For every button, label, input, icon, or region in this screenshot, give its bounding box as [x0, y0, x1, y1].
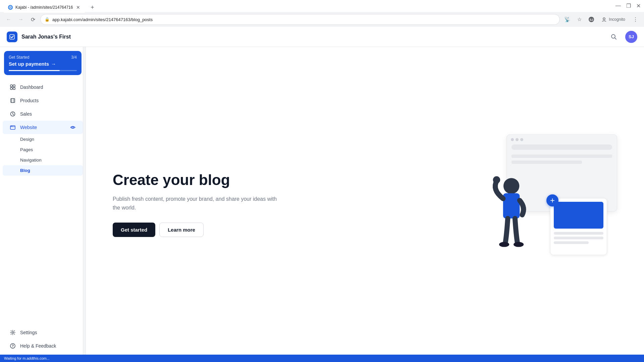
get-started-banner[interactable]: Get Started 3/4 Set up payments → — [4, 51, 82, 75]
human-illustration — [476, 168, 550, 262]
svg-point-21 — [499, 242, 509, 247]
get-started-title: Set up payments → — [9, 61, 77, 67]
incognito-label: Incognito — [599, 15, 628, 23]
browser-toolbar: 📡 ☆ SJ Incognito ⋮ — [562, 15, 640, 24]
svg-point-23 — [493, 176, 500, 184]
browser-tab[interactable]: Kajabi - /admin/sites/214764716 ✕ — [4, 2, 85, 13]
tab-title: Kajabi - /admin/sites/214764716 — [15, 5, 73, 10]
progress-bar-fill — [9, 70, 60, 71]
svg-rect-20 — [503, 193, 520, 218]
maximize-button[interactable]: ❐ — [626, 3, 631, 9]
blog-intro-section: Create your blog Publish fresh content, … — [113, 172, 280, 237]
window-controls: — ❐ ✕ — [615, 3, 641, 9]
settings-icon — [9, 329, 16, 336]
dashboard-label: Dashboard — [20, 84, 76, 90]
svg-text:SJ: SJ — [590, 18, 593, 21]
mockup-card — [550, 198, 607, 255]
main-nav: Dashboard Products Sales — [0, 78, 86, 178]
svg-rect-8 — [10, 87, 12, 89]
svg-point-22 — [514, 242, 524, 247]
mockup-card-image — [554, 202, 603, 229]
website-label: Website — [20, 125, 65, 130]
svg-point-16 — [12, 332, 14, 334]
user-avatar[interactable]: SJ — [625, 31, 637, 43]
tab-close-button[interactable]: ✕ — [75, 4, 81, 11]
svg-point-5 — [611, 35, 615, 38]
main-content: Create your blog Publish fresh content, … — [86, 47, 644, 362]
back-button[interactable]: ← — [4, 15, 13, 24]
sales-icon — [9, 111, 16, 117]
status-bar: Waiting for m.addthis.com... — [0, 355, 644, 362]
svg-point-14 — [12, 126, 12, 127]
svg-rect-7 — [13, 85, 15, 87]
illustration-container: + — [476, 134, 617, 262]
sidebar-bottom: Settings ? Help & Feedback — [0, 323, 86, 355]
svg-text:?: ? — [12, 344, 14, 348]
sidebar-item-pages[interactable]: Pages — [3, 144, 83, 155]
settings-label: Settings — [20, 330, 76, 335]
page-title: Create your blog — [113, 172, 280, 188]
sidebar-item-settings[interactable]: Settings — [3, 326, 83, 339]
products-icon — [9, 97, 16, 104]
sidebar: Get Started 3/4 Set up payments → Dashbo… — [0, 27, 86, 362]
site-name: Sarah Jonas's First — [21, 34, 71, 40]
sidebar-item-products[interactable]: Products — [3, 94, 83, 107]
website-eye-icon[interactable] — [69, 124, 76, 131]
help-icon: ? — [9, 343, 16, 349]
products-label: Products — [20, 98, 76, 103]
lock-icon: 🔒 — [45, 17, 50, 22]
close-window-button[interactable]: ✕ — [636, 3, 641, 9]
sidebar-item-design[interactable]: Design — [3, 134, 83, 144]
svg-rect-10 — [11, 99, 15, 103]
sidebar-item-dashboard[interactable]: Dashboard — [3, 80, 83, 94]
dashboard-icon — [9, 84, 16, 90]
minimize-button[interactable]: — — [615, 3, 621, 9]
mockup-dots — [507, 135, 617, 144]
progress-bar-track — [9, 70, 77, 71]
browser-controls: ← → ⟳ 🔒 app.kajabi.com/admin/sites/21476… — [0, 12, 644, 27]
page-description: Publish fresh content, promote your bran… — [113, 195, 280, 212]
browser-chrome: Kajabi - /admin/sites/214764716 ✕ + — ❐ … — [0, 0, 644, 27]
more-button[interactable]: ⋮ — [631, 15, 640, 24]
app-topbar: Sarah Jonas's First SJ — [0, 27, 644, 47]
tab-favicon — [8, 5, 13, 10]
address-bar[interactable]: 🔒 app.kajabi.com/admin/sites/2147647163/… — [40, 14, 560, 25]
sidebar-item-help[interactable]: ? Help & Feedback — [3, 339, 83, 353]
help-label: Help & Feedback — [20, 343, 76, 349]
search-button[interactable] — [608, 31, 620, 43]
topbar-right: SJ — [608, 31, 637, 43]
forward-button[interactable]: → — [16, 15, 25, 24]
sidebar-item-website[interactable]: Website — [3, 121, 83, 134]
add-button[interactable]: + — [546, 194, 558, 206]
browser-titlebar: Kajabi - /admin/sites/214764716 ✕ + — ❐ … — [0, 0, 644, 12]
mockup-search — [512, 144, 612, 150]
svg-point-3 — [603, 18, 605, 20]
reload-button[interactable]: ⟳ — [28, 15, 38, 24]
website-icon — [9, 124, 16, 131]
svg-point-19 — [503, 178, 519, 194]
profile-button[interactable]: SJ — [587, 15, 596, 24]
svg-rect-6 — [10, 85, 12, 87]
blog-actions: Get started Learn more — [113, 223, 280, 237]
mockup-dot-1 — [511, 138, 514, 141]
cast-button[interactable]: 📡 — [562, 15, 572, 24]
sales-label: Sales — [20, 111, 76, 117]
mockup-dot-2 — [516, 138, 519, 141]
mockup-dot-3 — [520, 138, 523, 141]
mockup-content — [507, 155, 617, 164]
get-started-label: Get Started — [9, 55, 29, 60]
svg-rect-9 — [13, 87, 15, 89]
svg-point-15 — [72, 127, 74, 128]
app-logo[interactable] — [7, 32, 17, 42]
sidebar-item-sales[interactable]: Sales — [3, 107, 83, 121]
sidebar-item-navigation[interactable]: Navigation — [3, 155, 83, 165]
sidebar-item-blog[interactable]: Blog — [3, 165, 83, 176]
sidebar-scrollbar[interactable] — [83, 27, 86, 362]
svg-point-13 — [11, 126, 12, 127]
get-started-button[interactable]: Get started — [113, 223, 155, 237]
get-started-counter: 3/4 — [71, 55, 77, 60]
bookmark-button[interactable]: ☆ — [575, 15, 584, 24]
new-tab-button[interactable]: + — [88, 3, 97, 12]
learn-more-button[interactable]: Learn more — [159, 223, 204, 237]
status-text: Waiting for m.addthis.com... — [4, 356, 50, 360]
